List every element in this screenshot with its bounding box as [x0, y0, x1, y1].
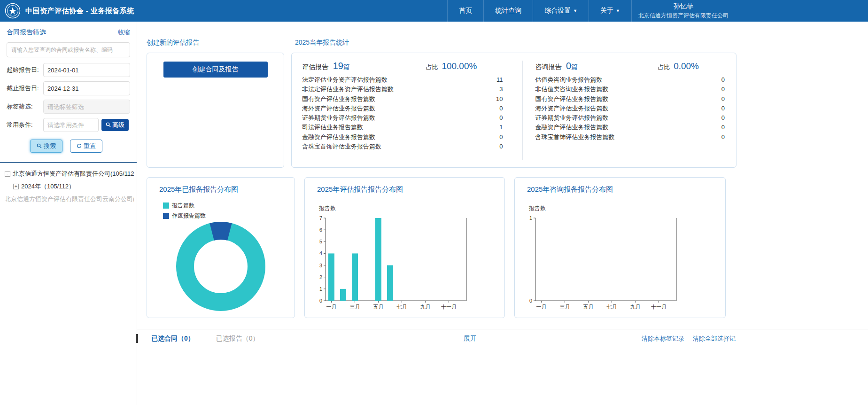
stat-row: 证券期货业务评估报告篇数0	[302, 113, 503, 123]
common-condition-label: 常用条件:	[7, 121, 43, 129]
legend-swatch	[163, 202, 169, 209]
nav-item-3[interactable]: 综合设置▼	[533, 0, 589, 22]
search-input[interactable]	[7, 42, 130, 57]
eval-bar-chart: 01234567一月三月五月七月九月十一月	[311, 213, 471, 313]
stat-value: 3	[499, 85, 503, 94]
magnifier-icon	[106, 122, 111, 129]
eval-bar-chart-title: 2025年评估报告报告分布图	[317, 185, 504, 194]
stat-value: 0	[499, 113, 503, 123]
selected-contracts[interactable]: 已选合同（0）	[151, 335, 194, 343]
advanced-button[interactable]: 高级	[101, 119, 129, 131]
stat-label: 含珠宝首饰评估业务报告篇数	[302, 142, 381, 151]
tag-filter-input[interactable]	[43, 100, 130, 114]
legend-swatch	[163, 213, 169, 219]
consult-ratio-label: 占比	[658, 63, 670, 70]
stat-value: 0	[721, 104, 725, 113]
stats-card: 评估报告 19篇 占比 100.00% 法定评估业务资产评估报告篇数11非法定评…	[291, 53, 736, 168]
create-contract-report-button[interactable]: 创建合同及报告	[163, 62, 268, 78]
clear-all-link[interactable]: 清除全部选择记	[693, 335, 736, 343]
stat-value: 0	[721, 113, 725, 123]
end-date-label: 截止报告日:	[7, 84, 43, 93]
clear-tag-link[interactable]: 清除本标签记录	[642, 335, 684, 343]
stat-value: 0	[721, 94, 725, 104]
stat-value: 0	[721, 85, 725, 94]
stat-row: 含珠宝首饰评估业务报告篇数0	[535, 132, 725, 142]
end-date-input[interactable]	[43, 81, 130, 95]
reset-button[interactable]: 重置	[70, 140, 102, 153]
stat-label: 海外资产评估业务报告篇数	[302, 104, 375, 113]
tree-label: 2024年（105/112）	[21, 182, 75, 191]
advanced-button-label: 高级	[112, 121, 124, 129]
user-name: 孙忆菲	[674, 2, 693, 11]
selected-reports[interactable]: 已选报告（0）	[216, 335, 259, 343]
stat-label: 含珠宝首饰评估业务报告篇数	[535, 132, 614, 142]
stat-row: 国有资产评估业务报告篇数10	[302, 94, 503, 104]
stat-value: 0	[721, 132, 725, 142]
consult-stats-column: 咨询报告 0篇 占比 0.00% 估值类咨询业务报告篇数0非估值类咨询业务报告篇…	[523, 53, 736, 167]
stat-label: 国有资产评估业务报告篇数	[302, 94, 375, 104]
eval-report-title: 评估报告	[302, 63, 328, 70]
app-title: 中国资产评估协会 - 业务报备系统	[25, 7, 134, 16]
layout: 合同报告筛选 收缩 起始报告日: 截止报告日: 标签筛选: 常用条件:	[0, 22, 868, 405]
nav-item-4[interactable]: 关于▼	[589, 0, 631, 22]
search-button[interactable]: 搜索	[30, 140, 62, 153]
tree-item-3[interactable]: 北京信通方恒资产评估有限责任公司云南分公司(0/(	[3, 195, 134, 203]
logo-icon	[5, 3, 21, 19]
stat-value: 0	[499, 132, 503, 142]
svg-text:0: 0	[529, 298, 532, 304]
donut-chart-title: 2025年已报备报告分布图	[159, 185, 294, 194]
reported-distribution-card: 2025年已报备报告分布图 报告篇数作废报告篇数	[147, 177, 295, 318]
stat-row: 海外资产评估业务报告篇数0	[535, 104, 725, 113]
stat-label: 金融资产评估业务报告篇数	[302, 132, 375, 142]
chevron-down-icon: ▼	[573, 8, 577, 13]
stat-row: 含珠宝首饰评估业务报告篇数0	[302, 142, 503, 151]
stat-value: 1	[499, 123, 503, 132]
user-company: 北京信通方恒资产评估有限责任公司	[638, 12, 728, 20]
nav-item-1[interactable]: 首页	[447, 0, 483, 22]
user-info[interactable]: 孙忆菲 北京信通方恒资产评估有限责任公司	[631, 0, 735, 22]
stat-label: 海外资产评估业务报告篇数	[535, 104, 608, 113]
start-date-label: 起始报告日:	[7, 66, 43, 74]
stat-label: 证券期货业务评估报告篇数	[302, 113, 375, 123]
stat-value: 0	[499, 142, 503, 151]
svg-text:十一月: 十一月	[651, 304, 666, 310]
eval-ratio-label: 占比	[426, 63, 438, 70]
svg-text:4: 4	[319, 250, 322, 256]
stat-value: 11	[496, 75, 503, 85]
consult-report-count: 0篇	[566, 63, 578, 70]
tree-item-1[interactable]: -北京信通方恒资产评估有限责任公司(105/112)	[3, 170, 134, 178]
svg-text:5: 5	[319, 239, 322, 244]
tag-filter-label: 标签筛选:	[7, 102, 43, 111]
stat-label: 非法定评估业务资产评估报告篇数	[302, 85, 394, 94]
legend-item: 作废报告篇数	[163, 212, 294, 220]
expand-link[interactable]: 展开	[464, 335, 477, 343]
sidebar-resize-handle[interactable]	[136, 334, 138, 343]
svg-text:九月: 九月	[630, 304, 641, 310]
donut-chart	[174, 219, 268, 313]
tree-item-2[interactable]: +2024年（105/112）	[3, 182, 134, 191]
consult-bar-chart-title: 2025年咨询报备报告分布图	[527, 185, 725, 194]
stat-row: 非估值类咨询业务报告篇数0	[535, 85, 725, 94]
stat-label: 国有资产评估业务报告篇数	[535, 94, 608, 104]
tree-label: 北京信通方恒资产评估有限责任公司云南分公司(0/(	[5, 195, 134, 203]
nav-items: 首页统计查询综合设置▼关于▼	[447, 0, 631, 22]
eval-stats-column: 评估报告 19篇 占比 100.00% 法定评估业务资产评估报告篇数11非法定评…	[292, 53, 522, 167]
create-report-heading: 创建新的评估报告	[147, 39, 295, 47]
consult-distribution-card: 2025年咨询报备报告分布图 报告数 01一月三月五月七月九月十一月	[514, 177, 726, 318]
stat-value: 0	[499, 104, 503, 113]
create-report-card: 创建合同及报告	[147, 53, 284, 168]
consult-stats-rows: 估值类咨询业务报告篇数0非估值类咨询业务报告篇数0国有资产评估业务报告篇数0海外…	[535, 75, 725, 142]
donut-legend: 报告篇数作废报告篇数	[163, 202, 294, 220]
collapse-sidebar-link[interactable]: 收缩	[118, 28, 130, 37]
svg-text:0: 0	[319, 298, 322, 304]
reset-button-label: 重置	[84, 142, 96, 150]
nav-item-2[interactable]: 统计查询	[483, 0, 533, 22]
collapse-node-icon[interactable]: -	[5, 171, 10, 177]
common-condition-input[interactable]	[43, 118, 99, 132]
legend-item: 报告篇数	[163, 202, 294, 210]
expand-node-icon[interactable]: +	[13, 184, 19, 189]
bottom-filler	[137, 348, 868, 405]
eval-stats-rows: 法定评估业务资产评估报告篇数11非法定评估业务资产评估报告篇数3国有资产评估业务…	[302, 75, 503, 151]
start-date-input[interactable]	[43, 63, 130, 77]
svg-text:1: 1	[319, 286, 322, 292]
